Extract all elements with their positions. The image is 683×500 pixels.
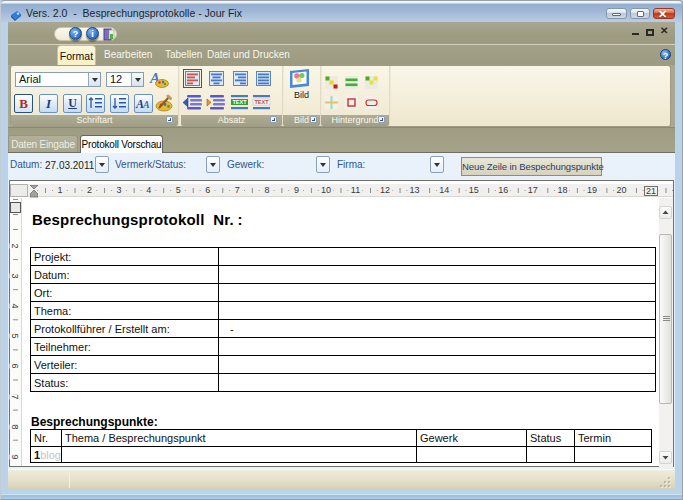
svg-text:TEXT: TEXT: [255, 99, 270, 105]
svg-text:TEXT: TEXT: [233, 99, 248, 105]
svg-text:A: A: [142, 99, 150, 110]
